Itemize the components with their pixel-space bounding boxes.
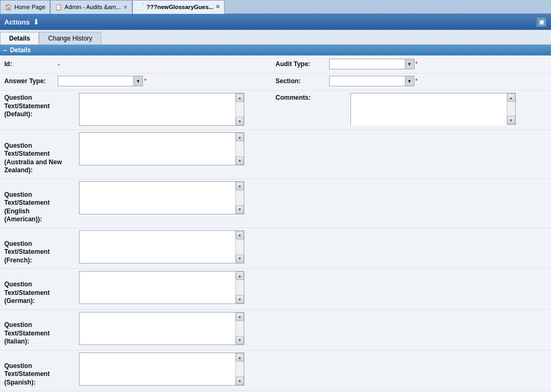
question-default-scrollbar: ▲ ▼	[235, 93, 244, 125]
question-italian-row: Question Text/Statement (Italian): ▲ ▼	[4, 312, 547, 346]
question-default-widget: ▲ ▼	[79, 93, 244, 126]
question-default-row: Question Text/Statement (Default): ▲ ▼	[4, 93, 276, 126]
audit-type-select[interactable]	[329, 59, 414, 69]
answer-type-select[interactable]	[58, 76, 143, 86]
question-aus-nz-scroll-up[interactable]: ▲	[236, 133, 244, 141]
question-german-row: Question Text/Statement (German): ▲ ▼	[4, 271, 547, 305]
tab-new-glossary[interactable]: 📄 ???newGlossaryGues... ✕	[132, 0, 225, 14]
question-default-scroll-down[interactable]: ▼	[236, 117, 244, 125]
question-english-us-scroll-track	[236, 190, 244, 205]
actions-bar: Actions ⬇ ▣	[0, 14, 551, 30]
question-english-us-row: Question Text/Statement (English (Americ…	[4, 181, 547, 224]
main-content: – Details Id: - Audit Type: ▼ * Answer T…	[0, 45, 551, 392]
question-aus-nz-widget: ▲ ▼	[79, 132, 244, 165]
section-required: *	[416, 77, 418, 85]
audit-type-required: *	[416, 60, 418, 68]
question-spanish-widget: ▲ ▼	[79, 353, 244, 386]
question-french-scroll-down[interactable]: ▼	[236, 254, 244, 263]
question-german-scroll-up[interactable]: ▲	[236, 271, 244, 280]
tab-audits[interactable]: 📋 Admin - Audits &am... ✕	[50, 0, 132, 14]
actions-arrow-icon[interactable]: ⬇	[33, 18, 39, 26]
question-english-us-scrollbar: ▲ ▼	[235, 182, 244, 214]
tab-change-history[interactable]: Change History	[39, 32, 101, 44]
comments-input[interactable]	[351, 93, 507, 125]
question-italian-label: Question Text/Statement (Italian):	[4, 312, 79, 346]
id-row: Id: -	[4, 59, 276, 69]
question-french-input[interactable]	[79, 231, 235, 263]
comments-scroll-track	[507, 102, 515, 116]
question-default-label: Question Text/Statement (Default):	[4, 93, 79, 119]
question-aus-nz-scroll-down[interactable]: ▼	[236, 156, 244, 165]
question-french-widget: ▲ ▼	[79, 230, 244, 263]
tab-audits-label: Admin - Audits &am...	[65, 4, 121, 10]
question-italian-scrollbar: ▲ ▼	[235, 313, 244, 345]
question-english-us-input[interactable]	[79, 182, 235, 214]
tab-home[interactable]: 🏠 Home Page	[0, 0, 50, 14]
question-spanish-scroll-track	[236, 362, 244, 377]
tab-new-glossary-close[interactable]: ✕	[215, 4, 220, 10]
audits-icon: 📋	[55, 4, 62, 11]
actions-label: Actions	[4, 18, 30, 26]
tab-audits-close[interactable]: ✕	[123, 4, 127, 10]
question-german-input[interactable]	[79, 271, 235, 303]
comments-scroll-up[interactable]: ▲	[507, 93, 515, 102]
audit-type-select-wrapper: ▼	[329, 59, 414, 69]
question-aus-nz-scroll-track	[236, 141, 244, 156]
details-collapse-button[interactable]: –	[3, 46, 7, 54]
question-aus-nz-label: Question Text/Statement (Australia and N…	[4, 132, 79, 175]
question-spanish-scroll-up[interactable]: ▲	[236, 353, 244, 362]
question-default-scroll-track	[236, 102, 244, 117]
question-french-scroll-track	[236, 239, 244, 254]
question-english-us-scroll-down[interactable]: ▼	[236, 205, 244, 214]
id-value: -	[58, 60, 60, 68]
answer-type-select-wrapper: ▼	[58, 76, 143, 86]
maximize-button[interactable]: ▣	[536, 17, 547, 27]
section-row: Section: ▼ *	[276, 76, 547, 86]
answer-type-row: Answer Type: ▼ *	[4, 76, 276, 86]
comments-scrollbar: ▲ ▼	[507, 93, 515, 124]
question-english-us-scroll-up[interactable]: ▲	[236, 182, 244, 190]
audit-type-label: Audit Type:	[276, 60, 329, 68]
tab-new-glossary-label: ???newGlossaryGues...	[147, 4, 213, 10]
question-aus-nz-row: Question Text/Statement (Australia and N…	[4, 132, 547, 175]
comments-scroll-down[interactable]: ▼	[507, 116, 515, 124]
question-spanish-scrollbar: ▲ ▼	[235, 353, 244, 385]
question-german-label: Question Text/Statement (German):	[4, 271, 79, 305]
question-english-us-label: Question Text/Statement (English (Americ…	[4, 181, 79, 224]
question-spanish-label: Question Text/Statement (Spanish):	[4, 353, 79, 387]
question-default-input[interactable]	[79, 93, 235, 125]
details-section-header: – Details	[0, 45, 551, 55]
question-italian-scroll-up[interactable]: ▲	[236, 313, 244, 321]
question-spanish-scroll-down[interactable]: ▼	[236, 377, 244, 385]
tab-home-label: Home Page	[14, 4, 45, 10]
question-italian-input[interactable]	[79, 313, 235, 345]
question-french-label: Question Text/Statement (French):	[4, 230, 79, 265]
question-french-scrollbar: ▲ ▼	[235, 231, 244, 263]
question-english-us-widget: ▲ ▼	[79, 181, 244, 214]
comments-label: Comments:	[276, 93, 350, 102]
question-french-scroll-up[interactable]: ▲	[236, 231, 244, 239]
new-glossary-icon: 📄	[137, 3, 145, 10]
question-french-row: Question Text/Statement (French): ▲ ▼	[4, 230, 547, 265]
question-default-scroll-up[interactable]: ▲	[236, 93, 244, 102]
section-label: Section:	[276, 77, 329, 85]
question-aus-nz-scrollbar: ▲ ▼	[235, 133, 244, 165]
home-icon: 🏠	[5, 4, 12, 11]
question-german-scroll-down[interactable]: ▼	[236, 295, 244, 303]
question-italian-scroll-track	[236, 321, 244, 336]
comments-widget: ▲ ▼	[350, 93, 516, 125]
details-section-title: Details	[10, 46, 31, 54]
section-select-wrapper: ▼	[329, 76, 414, 86]
question-aus-nz-input[interactable]	[79, 133, 235, 165]
section-select[interactable]	[329, 76, 414, 86]
question-spanish-row: Question Text/Statement (Spanish): ▲ ▼	[4, 353, 547, 387]
question-german-scrollbar: ▲ ▼	[235, 271, 244, 303]
tab-details[interactable]: Details	[0, 32, 39, 44]
audit-type-row: Audit Type: ▼ *	[276, 59, 547, 69]
question-german-scroll-track	[236, 280, 244, 295]
id-label: Id:	[4, 60, 58, 68]
question-italian-scroll-down[interactable]: ▼	[236, 336, 244, 345]
answer-type-label: Answer Type:	[4, 77, 58, 85]
question-german-widget: ▲ ▼	[79, 271, 244, 304]
question-spanish-input[interactable]	[79, 353, 235, 385]
